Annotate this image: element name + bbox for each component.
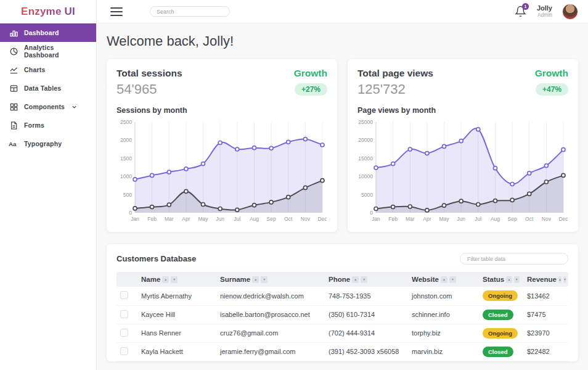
sidebar: Enzyme UI Dashboard Analytics Dashboard … xyxy=(0,0,97,370)
sort-desc-button[interactable]: ▼ xyxy=(361,276,367,283)
page-title: Welcome back, Jolly! xyxy=(107,33,578,49)
sidebar-item-typography[interactable]: Aa Typography xyxy=(0,134,96,153)
table-header-row: Name▲▼ Surname▲▼ Phone▲▼ Website▲▼ Statu… xyxy=(116,272,568,287)
svg-text:Oct: Oct xyxy=(525,216,534,222)
svg-text:5000: 5000 xyxy=(361,192,373,198)
svg-text:Apr: Apr xyxy=(182,216,190,222)
menu-toggle-icon[interactable] xyxy=(110,7,123,16)
column-header-name: Name▲▼ xyxy=(137,272,216,287)
page-views-by-month-chart: 0500010000150002000025000JanFebMarAprMay… xyxy=(357,117,568,226)
sidebar-item-components[interactable]: Components xyxy=(0,97,96,116)
svg-text:Mar: Mar xyxy=(406,216,415,222)
sort-asc-button[interactable]: ▲ xyxy=(558,276,561,283)
svg-text:Aa: Aa xyxy=(9,141,17,147)
svg-text:1500: 1500 xyxy=(120,155,132,162)
sidebar-item-analytics-dashboard[interactable]: Analytics Dashboard xyxy=(0,42,96,60)
app-window: Enzyme UI Dashboard Analytics Dashboard … xyxy=(0,0,588,370)
row-checkbox[interactable] xyxy=(120,329,128,337)
sidebar-item-dashboard[interactable]: Dashboard xyxy=(0,23,96,42)
sort-desc-button[interactable]: ▼ xyxy=(563,276,566,283)
sort-desc-button[interactable]: ▼ xyxy=(449,276,456,283)
total-sessions-card: Total sessions 54'965 Growth +27% Sessio… xyxy=(107,59,337,232)
svg-text:Jul: Jul xyxy=(475,216,481,222)
status-badge: Ongoing xyxy=(483,328,518,339)
total-sessions-value: 54'965 xyxy=(116,81,182,97)
svg-text:Sep: Sep xyxy=(267,216,276,222)
cell-surname: nienow.dedrick@walsh.com xyxy=(216,287,325,305)
notification-badge: 1 xyxy=(522,3,529,10)
card-title: Total sessions xyxy=(116,68,182,79)
sidebar-item-data-tables[interactable]: Data Tables xyxy=(0,79,96,97)
svg-text:Sep: Sep xyxy=(508,216,517,222)
notifications-button[interactable]: 1 xyxy=(515,6,527,18)
card-title: Total page views xyxy=(357,68,433,79)
cell-name: Hans Renner xyxy=(137,324,216,342)
column-header-surname: Surname▲▼ xyxy=(216,272,325,287)
cell-phone: 748-753-1935 xyxy=(325,287,408,305)
sidebar-nav: Dashboard Analytics Dashboard Charts Dat… xyxy=(0,23,96,153)
table-row: Kayla Hackett jeramie.ferry@gmail.com (3… xyxy=(116,342,568,361)
sidebar-item-label: Charts xyxy=(24,66,45,73)
svg-text:Jun: Jun xyxy=(216,216,224,222)
sort-asc-button[interactable]: ▲ xyxy=(441,276,447,283)
cell-surname: isabelle.barton@prosacco.net xyxy=(216,305,325,324)
sort-asc-button[interactable]: ▲ xyxy=(252,276,259,283)
logo-text: Enzyme UI xyxy=(21,6,75,18)
file-icon xyxy=(9,120,18,130)
cell-website: johnston.com xyxy=(408,287,479,305)
sidebar-item-label: Dashboard xyxy=(24,29,59,36)
bar-chart-icon xyxy=(9,28,18,38)
sidebar-item-forms[interactable]: Forms xyxy=(0,116,96,134)
checkbox-header xyxy=(116,272,137,287)
table-title: Customers Database xyxy=(116,254,196,263)
status-badge: Ongoing xyxy=(483,290,518,301)
cell-surname: jeramie.ferry@gmail.com xyxy=(216,342,325,361)
pie-chart-icon xyxy=(9,46,18,56)
sidebar-item-label: Analytics Dashboard xyxy=(24,44,88,59)
row-checkbox[interactable] xyxy=(120,291,128,299)
column-header-revenue: Revenue▲▼ xyxy=(523,272,568,287)
sort-desc-button[interactable]: ▼ xyxy=(514,276,520,283)
svg-text:15000: 15000 xyxy=(358,155,373,162)
cell-website: marvin.biz xyxy=(408,342,479,361)
table-row: Kaycee Hill isabelle.barton@prosacco.net… xyxy=(116,305,568,324)
svg-text:Feb: Feb xyxy=(147,216,157,222)
user-menu[interactable]: Jolly Admin xyxy=(537,4,552,18)
svg-text:1000: 1000 xyxy=(120,173,132,179)
growth-label: Growth xyxy=(294,68,327,79)
column-header-phone: Phone▲▼ xyxy=(325,272,408,287)
svg-text:Mar: Mar xyxy=(165,216,174,222)
sidebar-item-label: Data Tables xyxy=(24,84,61,92)
table-icon xyxy=(9,83,18,93)
sort-desc-button[interactable]: ▼ xyxy=(261,276,267,283)
sort-asc-button[interactable]: ▲ xyxy=(162,276,169,283)
sidebar-item-charts[interactable]: Charts xyxy=(0,60,96,79)
growth-label: Growth xyxy=(535,68,568,79)
table-filter-input[interactable] xyxy=(460,253,568,265)
row-checkbox[interactable] xyxy=(120,310,128,318)
svg-text:Jan: Jan xyxy=(372,216,380,222)
svg-text:Oct: Oct xyxy=(284,216,293,222)
svg-text:Apr: Apr xyxy=(423,216,431,222)
svg-text:0: 0 xyxy=(129,210,132,216)
svg-text:May: May xyxy=(198,216,208,222)
row-checkbox[interactable] xyxy=(120,347,128,355)
cell-name: Myrtis Abernathy xyxy=(137,287,216,305)
search-input[interactable] xyxy=(150,6,230,17)
svg-text:Jun: Jun xyxy=(457,216,465,222)
sort-asc-button[interactable]: ▲ xyxy=(352,276,359,283)
customers-table: Name▲▼ Surname▲▼ Phone▲▼ Website▲▼ Statu… xyxy=(116,272,568,361)
sort-asc-button[interactable]: ▲ xyxy=(506,276,512,283)
cell-revenue: $22482 xyxy=(523,342,568,361)
grid-icon xyxy=(9,102,18,112)
svg-text:Aug: Aug xyxy=(491,216,500,222)
chart-subtitle: Sessions by month xyxy=(116,106,327,115)
sort-desc-button[interactable]: ▼ xyxy=(171,276,178,283)
svg-text:0: 0 xyxy=(370,210,373,216)
topbar: 1 Jolly Admin xyxy=(97,0,588,23)
sessions-by-month-chart: 05001000150020002500JanFebMarAprMayJunJu… xyxy=(116,117,327,226)
avatar[interactable] xyxy=(562,4,578,20)
svg-text:May: May xyxy=(439,216,449,222)
sidebar-item-label: Components xyxy=(24,103,65,110)
cell-phone: (350) 610-7314 xyxy=(325,305,408,324)
